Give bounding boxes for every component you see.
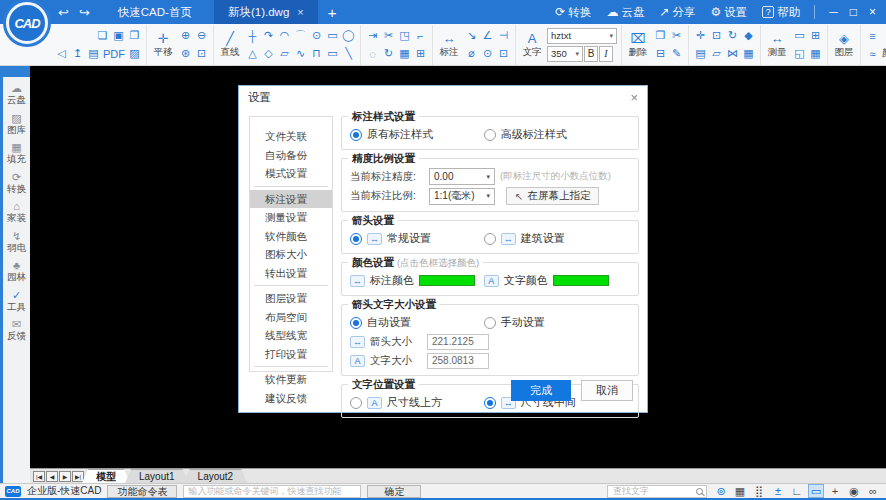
transform-icon[interactable]: ↻ [725,28,740,44]
ok-button[interactable]: 完成 [511,380,571,401]
nav-layer-settings[interactable]: 图层设置 [250,289,332,308]
nav-linetype-lineweight[interactable]: 线型线宽 [250,326,332,345]
link-icon[interactable]: ∞ [865,484,881,498]
forward-icon[interactable]: ↪ [79,5,90,20]
search-icon[interactable] [696,488,703,495]
dimension-type-icon[interactable]: ∠ [480,28,495,44]
pick-on-screen-button[interactable]: ↖ 在屏幕上指定 [506,187,599,205]
draw-shape-icon[interactable]: ┼ [245,28,260,44]
color-wheel-icon[interactable]: ◉ [846,484,862,498]
nav-print-settings[interactable]: 打印设置 [250,345,332,364]
find-text-input[interactable] [611,485,693,497]
toolbar-icon[interactable]: ↥ [70,46,85,62]
nav-software-update[interactable]: 软件更新 [250,370,332,389]
dimension-type-icon[interactable]: ⊙ [480,46,495,62]
clean-screen-icon[interactable]: ▭ [808,484,824,498]
tab-home[interactable]: 快速CAD-首页 [104,0,214,24]
text-color-swatch[interactable] [553,275,609,286]
draw-shape-icon[interactable]: ╲ [341,46,356,62]
new-tab-button[interactable]: + [328,4,337,21]
sidebar-item-hatch[interactable]: ▦ 填充 [7,141,26,164]
measure-tool[interactable]: ↔ 测量 [765,32,789,57]
cancel-button[interactable]: 取消 [581,380,633,401]
toolbar-icon[interactable]: ❐ [127,28,142,44]
sheet-nav-button[interactable]: ▶ [59,471,71,482]
nav-icon-size[interactable]: 图标大小 [250,245,332,264]
dynamic-input-icon[interactable]: ± [770,484,786,498]
measure-type-icon[interactable]: ◱ [792,46,807,62]
transform-icon[interactable]: ⋈ [725,46,740,62]
modify-icon[interactable]: ↻ [381,46,396,62]
text-size-select[interactable]: 350 ▾ [547,46,583,62]
transform-icon[interactable]: ◆ [741,28,756,44]
radio-above-dimline[interactable]: A 尺寸线上方 [350,395,479,410]
convert-action[interactable]: ⟳ 转换 [555,5,591,20]
text-size-input[interactable]: 258.0813 [427,353,489,369]
crosshair-icon[interactable]: + [827,484,843,498]
dimension-type-icon[interactable]: ⊣ [496,28,511,44]
toolbar-icon[interactable]: ▣ [111,28,126,44]
transform-icon[interactable]: ▤ [693,46,708,62]
precision-dropdown[interactable]: 0.00 ▾ [429,168,495,185]
draw-shape-icon[interactable]: ⊓ [309,46,324,62]
modify-icon[interactable]: ✂ [381,28,396,44]
dot-grid-icon[interactable]: ⣿ [751,484,767,498]
radio-architectural-arrow[interactable]: ↔ 建筑设置 [484,231,613,246]
transform-icon[interactable]: ⊡ [709,28,724,44]
draw-shape-icon[interactable]: ◇ [261,46,276,62]
pan-tool[interactable]: ✛ 平移 [151,32,175,57]
sheet-nav-button[interactable]: |◀ [33,471,45,482]
italic-button[interactable]: I [599,46,613,62]
measure-type-icon[interactable]: ▭ [792,28,807,44]
tab-close-icon[interactable]: × [297,6,303,18]
sheet-nav-button[interactable]: ▶| [72,471,84,482]
measure-type-icon[interactable]: ⊞ [808,28,823,44]
close-button[interactable]: × [869,5,876,19]
radio-selected-icon[interactable] [350,129,362,141]
zoom-icon[interactable]: ⊛ [178,46,193,62]
color-wheel-icon[interactable]: ◐ [881,28,886,44]
scale-dropdown[interactable]: 1:1(毫米) ▾ [429,188,495,205]
confirm-button[interactable]: 确定 [367,485,421,498]
transform-icon[interactable]: ▱ [709,46,724,62]
sheet-tab-layout2[interactable]: Layout2 [184,469,248,483]
radio-selected-icon[interactable] [484,397,496,409]
draw-shape-icon[interactable]: ∿ [293,46,308,62]
grid-icon[interactable]: ▦ [732,484,748,498]
clipboard-icon[interactable]: ⊟ [653,46,668,62]
draw-shape-icon[interactable]: ◠ [277,28,292,44]
ortho-icon[interactable]: ∟ [789,484,805,498]
radio-regular-arrow[interactable]: ↔ 常规设置 [350,231,479,246]
dimension-tool[interactable]: ↔ 标注 [437,32,461,57]
dimension-type-icon[interactable]: ⌀ [464,46,479,62]
linetype-icon[interactable]: ≈ [865,46,880,62]
toolbar-icon[interactable]: ◁ [54,46,69,62]
dimension-color-swatch[interactable] [419,275,475,286]
dialog-close-icon[interactable]: × [630,91,638,104]
cloud-action[interactable]: ☁ 云盘 [606,5,644,20]
clipboard-icon[interactable]: ✂ [669,28,684,44]
lineweight-icon[interactable]: ≡ [865,28,880,44]
radio-advanced-style[interactable]: 高级标注样式 [484,127,613,142]
radio-selected-icon[interactable] [350,317,362,329]
nav-feedback[interactable]: 建议反馈 [250,389,332,408]
zoom-icon[interactable]: ⊕ [178,28,193,44]
share-action[interactable]: ↗ 分享 [659,5,695,20]
arrow-size-input[interactable]: 221.2125 [427,334,489,350]
draw-shape-icon[interactable]: ↷ [261,28,276,44]
modify-icon[interactable]: ◳ [397,28,412,44]
command-search-input[interactable] [183,485,361,498]
line-tool[interactable]: ╱ 直线 [218,32,242,57]
modify-icon[interactable]: ▦ [397,46,412,62]
toolbar-icon[interactable]: ▤ [86,46,101,62]
radio-manual-size[interactable]: 手动设置 [484,315,613,330]
sidebar-item-gallery[interactable]: ▨ 图库 [7,112,26,135]
nav-auto-backup[interactable]: 自动备份 [250,146,332,165]
radio-icon[interactable] [484,317,496,329]
sidebar-item-home-design[interactable]: ⌂ 家装 [7,200,26,223]
radio-icon[interactable] [484,129,496,141]
sidebar-item-feedback[interactable]: ✉ 反馈 [7,318,26,341]
radio-icon[interactable] [484,233,496,245]
draw-shape-icon[interactable]: ▭ [325,46,340,62]
draw-shape-icon[interactable]: ▭ [325,28,340,44]
